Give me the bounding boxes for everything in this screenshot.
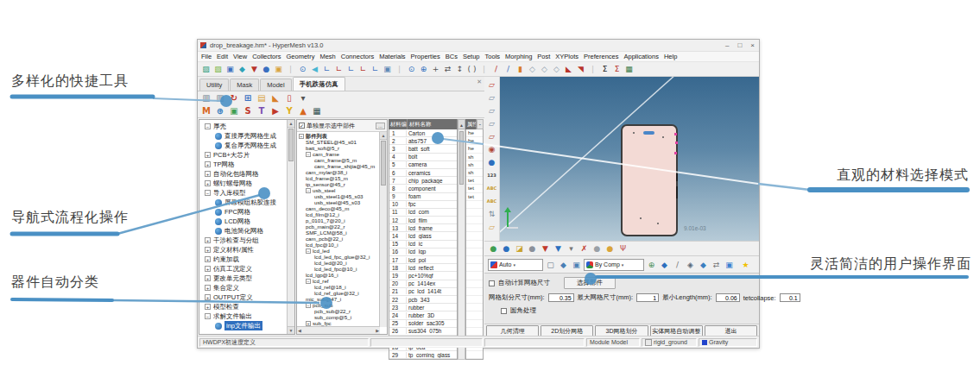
material-row[interactable]: 16 lcd_lgp xyxy=(389,248,457,256)
utility-icon[interactable]: ▲ xyxy=(297,105,309,116)
color-by-dropdown[interactable]: By Comp ▾ xyxy=(584,259,644,271)
display-icon[interactable]: ▱ xyxy=(486,131,497,142)
toolbar-icon[interactable]: ◥ xyxy=(575,64,586,75)
workflow-tree-item[interactable]: + 集合定义 xyxy=(199,283,288,292)
workflow-tree-item[interactable]: + 定义材料/属性 xyxy=(199,245,288,255)
material-row[interactable]: 9 foam xyxy=(389,193,457,201)
mesh-display-icon[interactable]: ▣ xyxy=(724,259,735,270)
parts-tree-item[interactable]: lcd_led@20_i xyxy=(297,260,380,266)
parts-tree-item[interactable]: lcd_film@12_i xyxy=(297,211,380,217)
mesh-size-input[interactable] xyxy=(548,293,574,302)
workflow-tree-item[interactable]: 直接厚壳网格生成 xyxy=(199,131,288,141)
tetcollapse-input[interactable] xyxy=(780,293,800,302)
workflow-tree-item[interactable]: + 更改单元类型 xyxy=(199,274,288,283)
utility-icon[interactable]: ▣ xyxy=(228,105,240,116)
material-row[interactable]: 24 rubber_3D xyxy=(389,311,457,319)
min-length-input[interactable] xyxy=(716,293,740,302)
toolbar-icon[interactable]: ▦ xyxy=(623,64,635,75)
toolbar-icon[interactable]: Σ xyxy=(599,64,610,75)
tree-expander-icon[interactable]: − xyxy=(306,152,311,157)
display-icon[interactable]: ● xyxy=(486,157,497,167)
display-icon[interactable]: ▱ xyxy=(486,222,497,232)
max-mesh-size-input[interactable] xyxy=(636,293,659,302)
parts-tree-item[interactable]: cam_pcb@22_i xyxy=(297,236,380,242)
material-row[interactable]: 8 component xyxy=(389,185,457,192)
parts-tree-item[interactable]: − lcd_led xyxy=(297,248,380,254)
phone-model[interactable] xyxy=(621,124,678,236)
material-row[interactable]: 13 lcd_frame xyxy=(389,224,457,232)
tree-expander-icon[interactable]: + xyxy=(205,180,211,186)
parts-tree-item[interactable]: lcd_lgp@16_i xyxy=(297,272,380,278)
panel-tab[interactable]: Mask xyxy=(230,79,259,91)
tree-expander-icon[interactable]: − xyxy=(306,303,311,308)
tree-expander-icon[interactable]: + xyxy=(205,266,211,272)
material-row[interactable]: 3 batt_soft xyxy=(389,145,457,153)
material-row[interactable]: 10 fpc xyxy=(389,201,457,209)
utility-icon[interactable]: ◣ xyxy=(269,92,281,104)
tree-expander-icon[interactable]: + xyxy=(205,294,211,300)
scroll-up-icon[interactable]: ▲ xyxy=(380,132,387,140)
parts-tree-item[interactable]: cam_deco@45_m xyxy=(297,205,380,211)
toolbar-icon[interactable]: ▣ xyxy=(382,64,393,75)
material-row[interactable]: 29 tp_corning_glass xyxy=(389,351,457,359)
parts-tree-item[interactable]: lcd_fpc@10_i xyxy=(297,242,380,248)
utility-icon[interactable]: S xyxy=(242,105,254,116)
menu-item[interactable]: Mesh xyxy=(319,53,335,60)
material-row[interactable]: 1 Carton xyxy=(389,129,457,137)
parts-hscrollbar[interactable]: ◀▶ xyxy=(297,326,380,334)
utility-icon[interactable]: T xyxy=(256,105,268,116)
tree-expander-icon[interactable]: − xyxy=(205,123,211,129)
tree-expander-icon[interactable]: + xyxy=(205,161,211,167)
display-icon[interactable]: ABC xyxy=(486,183,497,193)
tree-expander-icon[interactable]: − xyxy=(306,279,311,284)
show-selected-checkbox[interactable]: ✓ xyxy=(299,123,305,129)
workflow-tree-item[interactable]: + OUTPUT定义 xyxy=(199,292,288,302)
parts-tree-item[interactable]: − 部件列表 xyxy=(297,133,380,139)
workflow-tree-item[interactable]: FPC网格 xyxy=(199,207,288,217)
parts-tree-item[interactable]: p_0101_7@20_i xyxy=(297,217,380,223)
material-row[interactable]: 14 lcd_glass xyxy=(389,232,457,240)
parts-tree-item[interactable]: batt_soft@5_r xyxy=(297,145,380,151)
display-icon[interactable]: ◉ xyxy=(486,144,497,154)
parts-tree-item[interactable]: lcd_frame@15_m xyxy=(297,175,380,181)
parts-tree-item[interactable]: lcd_ref_glue@32_i xyxy=(297,290,380,296)
toolbar-icon[interactable]: ▨ xyxy=(200,64,212,75)
select-parts-button[interactable]: 选择部件 xyxy=(564,277,616,289)
utility-icon[interactable]: ⊕ xyxy=(214,105,226,116)
display-icon[interactable]: ▱ xyxy=(486,79,497,90)
shading-icon[interactable]: ▢ xyxy=(545,259,556,270)
toolbar-icon[interactable]: | xyxy=(394,64,405,75)
toolbar-icon[interactable]: ◣ xyxy=(563,64,574,75)
shading-icon[interactable]: ◆ xyxy=(558,259,569,270)
toolbar-icon[interactable]: ∟ xyxy=(345,64,357,75)
menu-item[interactable]: Setup xyxy=(463,53,480,60)
utility-icon[interactable]: ▤ xyxy=(256,92,268,104)
material-row[interactable]: 15 lcd_ic xyxy=(389,241,457,248)
workflow-tree-item[interactable]: + 螺钉螺母网格 xyxy=(199,179,288,188)
material-row[interactable]: 17 lcd_pol xyxy=(389,256,457,264)
parts-tree-item[interactable]: lcd_led_fpc_glue@32_i xyxy=(297,254,380,260)
parts-tree-item[interactable]: pcb_main@22_r xyxy=(297,223,380,230)
viewport-3d[interactable]: 9.01e-03 xyxy=(500,77,759,241)
tree-expander-icon[interactable]: + xyxy=(205,171,211,177)
tree-expander-icon[interactable]: − xyxy=(306,188,311,193)
view-mode-dropdown[interactable]: Auto ▾ xyxy=(488,259,543,271)
toolbar-icon[interactable]: ◆ xyxy=(237,64,248,75)
display-icon[interactable]: ▱ xyxy=(486,118,497,129)
materials-scrollbar[interactable] xyxy=(458,129,465,360)
material-row[interactable]: 2 abs757 xyxy=(389,137,457,145)
more-button[interactable]: ... xyxy=(376,123,385,129)
workflow-tree-item[interactable]: + PCB+大芯片 xyxy=(199,150,288,160)
view-icon[interactable]: ✗ xyxy=(579,243,590,255)
parts-tree-item[interactable]: lcd_led_fpc@10_i xyxy=(297,266,380,272)
view-icon[interactable]: ● xyxy=(591,243,603,255)
display-icon[interactable]: ▱ xyxy=(486,105,497,116)
tree-expander-icon[interactable]: + xyxy=(205,285,211,291)
toolbar-icon[interactable]: Σ xyxy=(611,64,623,75)
material-row[interactable]: 4 bolt xyxy=(389,154,457,161)
tree-expander-icon[interactable]: + xyxy=(306,321,311,326)
auto-mesh-size-checkbox[interactable] xyxy=(489,280,495,286)
toolbar-icon[interactable]: ◇ xyxy=(539,64,550,75)
display-icon[interactable]: ⇅ xyxy=(486,209,497,219)
fillet-checkbox[interactable] xyxy=(501,308,507,314)
